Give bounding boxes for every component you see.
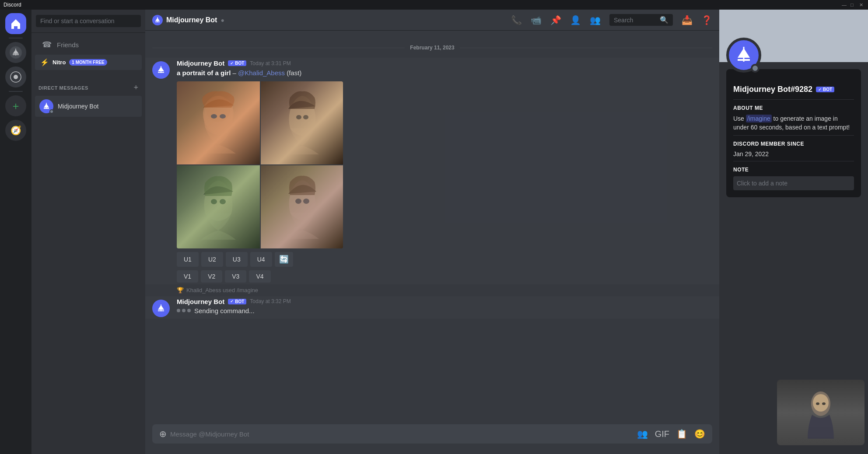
bot-check-icon: ✓ [230, 61, 234, 66]
refresh-button[interactable]: 🔄 [275, 252, 293, 267]
message-text-1: a portrait of a girl – @Khalid_Abess (fa… [177, 69, 712, 78]
v4-button[interactable]: V4 [249, 270, 270, 283]
app-title: Discord [4, 2, 21, 8]
server-sidebar: ＋ 🧭 [0, 10, 32, 454]
pin-icon[interactable]: 📌 [550, 15, 561, 25]
profile-bot-text: BOT [823, 87, 832, 92]
date-text: February 11, 2023 [405, 45, 459, 51]
note-section: NOTE Click to add a note [733, 161, 854, 190]
friends-label: Friends [57, 41, 79, 49]
message-bold-text: a portrait of a girl [177, 69, 231, 77]
search-bar[interactable] [32, 10, 145, 33]
note-title: NOTE [733, 167, 854, 173]
member-since-title: DISCORD MEMBER SINCE [733, 141, 854, 147]
bot-check-icon-2: ✓ [230, 299, 234, 304]
message-header-2: Midjourney Bot ✓ BOT Today at 3:32 PM [177, 298, 712, 305]
message-mention[interactable]: @Khalid_Abess [238, 69, 285, 77]
date-line-left [152, 48, 405, 48]
about-cmd-highlight: /imagine [746, 115, 772, 122]
friends-nav-item[interactable]: ☎ Friends [35, 36, 142, 53]
window-controls: — □ ✕ [842, 2, 864, 7]
svg-point-14 [813, 394, 829, 412]
portrait-image-2[interactable] [261, 81, 343, 164]
v2-button[interactable]: V2 [201, 270, 222, 283]
v1-button[interactable]: V1 [177, 270, 198, 283]
inbox-icon[interactable]: 📥 [682, 15, 693, 25]
bot-badge-1: ✓ BOT [228, 60, 246, 66]
date-line-right [460, 48, 712, 48]
video-icon[interactable]: 📹 [531, 15, 542, 25]
u3-button[interactable]: U3 [226, 252, 248, 267]
nitro-badge: 1 MONTH FREE [69, 59, 107, 66]
note-placeholder: Click to add a note [737, 180, 788, 187]
svg-point-15 [816, 402, 819, 405]
about-me-title: ABOUT ME [733, 105, 854, 111]
dm-nav-items: ☎ Friends ⚡ Nitro 1 MONTH FREE [32, 33, 145, 75]
chat-header-icons: 📞 📹 📌 👤 👥 🔍 📥 ❓ [511, 14, 712, 26]
used-command-notice: 🏆 Khalid_Abess used /imagine [145, 285, 719, 295]
about-me-text: Use /imagine to generate an image in und… [733, 115, 854, 132]
server-icon-openai[interactable] [5, 66, 26, 87]
u1-button[interactable]: U1 [177, 252, 199, 267]
people-icon[interactable]: 👥 [637, 429, 648, 439]
svg-point-5 [211, 114, 217, 119]
gif-icon[interactable]: GIF [655, 429, 669, 439]
member-list-icon[interactable]: 👥 [590, 15, 601, 25]
call-icon[interactable]: 📞 [511, 15, 522, 25]
nitro-banner[interactable]: ⚡ Nitro 1 MONTH FREE [35, 55, 142, 70]
bot-badge-2: ✓ BOT [228, 299, 246, 304]
dm-section-header: DIRECT MESSAGES + [32, 75, 145, 94]
add-attachment-icon[interactable]: ⊕ [159, 429, 167, 439]
message-avatar-1 [152, 61, 170, 79]
app-body: ＋ 🧭 ☎ Friends ⚡ Nitro 1 MONTH FREE DIREC… [0, 10, 868, 454]
profile-info: Midjourney Bot#9282 ✓ BOT ABOUT ME Use /… [726, 69, 861, 197]
message-author-1: Midjourney Bot [177, 59, 224, 67]
message-author-2: Midjourney Bot [177, 298, 224, 305]
svg-point-9 [211, 199, 217, 204]
portrait-image-4[interactable] [261, 165, 343, 248]
action-buttons-row2: V1 V2 V3 V4 [177, 270, 712, 283]
search-box[interactable]: 🔍 [609, 14, 673, 26]
discord-home-icon[interactable] [5, 13, 26, 34]
server-icon-sailboat[interactable] [5, 42, 26, 63]
about-me-section: ABOUT ME Use /imagine to generate an ima… [733, 99, 854, 132]
chat-input-box: ⊕ 👥 GIF 📋 😊 [152, 424, 712, 444]
dm-item-midjourney[interactable]: Midjourney Bot [35, 96, 142, 117]
user-icon-small: 🏆 [177, 287, 184, 293]
u4-button[interactable]: U4 [250, 252, 272, 267]
message-time-1: Today at 3:31 PM [250, 60, 290, 66]
message-1: Midjourney Bot ✓ BOT Today at 3:31 PM a … [145, 58, 719, 284]
emoji-icon[interactable]: 😊 [694, 429, 705, 439]
add-server-button[interactable]: ＋ [5, 95, 26, 116]
minimize-button[interactable]: — [842, 2, 847, 7]
member-since-date: Jan 29, 2022 [733, 150, 854, 157]
close-button[interactable]: ✕ [859, 2, 864, 7]
portrait-image-1[interactable] [177, 81, 260, 164]
svg-point-2 [14, 75, 18, 79]
maximize-button[interactable]: □ [850, 2, 856, 7]
search-input[interactable] [36, 15, 141, 27]
chat-input-area: ⊕ 👥 GIF 📋 😊 [145, 424, 719, 454]
message-input[interactable] [170, 430, 637, 438]
sticker-icon[interactable]: 📋 [676, 429, 687, 439]
search-input-header[interactable] [614, 17, 656, 24]
explore-button[interactable]: 🧭 [5, 120, 26, 141]
message-content-1: Midjourney Bot ✓ BOT Today at 3:31 PM a … [177, 59, 712, 283]
u2-button[interactable]: U2 [201, 252, 223, 267]
video-person [777, 380, 864, 445]
profile-name-row: Midjourney Bot#9282 ✓ BOT [733, 85, 854, 94]
titlebar: Discord — □ ✕ [0, 0, 868, 10]
direct-messages-title: DIRECT MESSAGES [38, 85, 88, 91]
svg-point-16 [822, 402, 826, 405]
add-friend-icon[interactable]: 👤 [570, 15, 581, 25]
add-dm-button[interactable]: + [133, 83, 138, 92]
portrait-image-3[interactable] [177, 165, 260, 248]
message-text-suffix: (fast) [287, 69, 301, 77]
message-text-middle: – [233, 69, 238, 77]
help-icon[interactable]: ❓ [701, 15, 712, 25]
v3-button[interactable]: V3 [225, 270, 246, 283]
dm-status-indicator [49, 109, 54, 114]
note-input[interactable]: Click to add a note [733, 176, 854, 190]
image-grid[interactable] [177, 81, 343, 248]
chat-messages: February 11, 2023 Midjourney Bot [145, 31, 719, 424]
